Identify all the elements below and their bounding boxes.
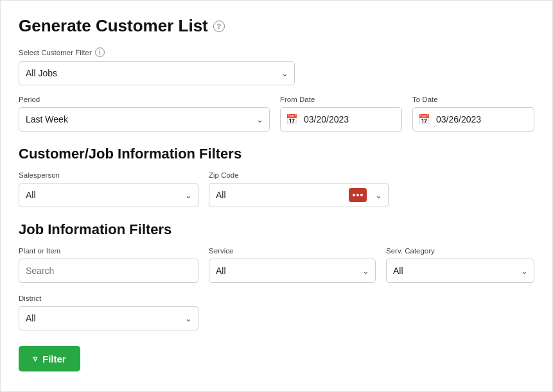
- period-label: Period: [19, 96, 270, 103]
- period-row: Period Last Week ⌄ From Date 📅 To Date: [19, 96, 534, 132]
- from-date-wrapper: 📅: [280, 107, 402, 132]
- zip-code-col: Zip Code All ⌄: [209, 171, 389, 207]
- zip-select-wrapper: All ⌄: [209, 183, 389, 207]
- to-date-col: To Date 📅: [412, 96, 534, 132]
- page-container: Generate Customer List ? Select Customer…: [0, 0, 553, 392]
- district-col: District All ⌄: [19, 294, 198, 330]
- salesperson-select[interactable]: All: [19, 183, 198, 207]
- from-date-label: From Date: [280, 96, 402, 103]
- from-date-col: From Date 📅: [280, 96, 402, 132]
- district-select[interactable]: All: [19, 306, 198, 330]
- filter-funnel-icon: ▿: [33, 354, 37, 364]
- to-date-label: To Date: [412, 96, 534, 103]
- salesperson-col: Salesperson All ⌄: [19, 171, 198, 207]
- customer-job-section-heading: Customer/Job Information Filters: [19, 146, 534, 162]
- dot-1: [353, 194, 355, 196]
- dot-3: [360, 194, 363, 196]
- service-col: Service All ⌄: [209, 247, 376, 283]
- service-select-wrapper: All ⌄: [209, 259, 376, 283]
- period-col: Period Last Week ⌄: [19, 96, 270, 132]
- zip-code-label: Zip Code: [209, 171, 389, 179]
- serv-category-col: Serv. Category All ⌄: [386, 247, 534, 283]
- filter-button[interactable]: ▿ Filter: [19, 346, 80, 371]
- help-icon[interactable]: ?: [213, 21, 225, 32]
- serv-category-select[interactable]: All: [386, 259, 534, 283]
- district-select-wrapper: All ⌄: [19, 306, 198, 330]
- job-info-section-heading: Job Information Filters: [19, 221, 534, 238]
- from-date-input[interactable]: [280, 107, 402, 132]
- customer-filter-label: Select Customer Filter i: [19, 47, 534, 57]
- zip-dots-button[interactable]: [349, 188, 367, 202]
- plant-item-search-input[interactable]: [19, 259, 198, 283]
- job-filters-row: Plant or Item Service All ⌄ Serv. Catego…: [19, 247, 534, 283]
- service-label: Service: [209, 247, 376, 255]
- serv-category-select-wrapper: All ⌄: [386, 259, 534, 283]
- customer-filter-select-wrapper: All Jobs ⌄: [19, 61, 295, 85]
- customer-filter-select[interactable]: All Jobs: [19, 61, 295, 85]
- to-date-wrapper: 📅: [412, 107, 534, 132]
- salesperson-label: Salesperson: [19, 171, 198, 179]
- district-label: District: [19, 294, 198, 302]
- page-title-row: Generate Customer List ?: [19, 16, 534, 36]
- page-title: Generate Customer List: [19, 16, 208, 36]
- plant-item-col: Plant or Item: [19, 247, 198, 283]
- service-select[interactable]: All: [209, 259, 376, 283]
- dot-2: [356, 194, 359, 196]
- period-select-wrapper: Last Week ⌄: [19, 107, 270, 132]
- plant-item-label: Plant or Item: [19, 247, 198, 255]
- customer-filter-section: Select Customer Filter i All Jobs ⌄: [19, 47, 534, 85]
- salesperson-zip-row: Salesperson All ⌄ Zip Code All: [19, 171, 534, 207]
- salesperson-select-wrapper: All ⌄: [19, 183, 198, 207]
- district-row: District All ⌄: [19, 294, 534, 330]
- period-select[interactable]: Last Week: [19, 107, 270, 132]
- filter-button-label: Filter: [42, 354, 66, 364]
- to-date-input[interactable]: [412, 107, 534, 132]
- customer-filter-info-icon[interactable]: i: [95, 47, 105, 57]
- serv-category-label: Serv. Category: [386, 247, 534, 255]
